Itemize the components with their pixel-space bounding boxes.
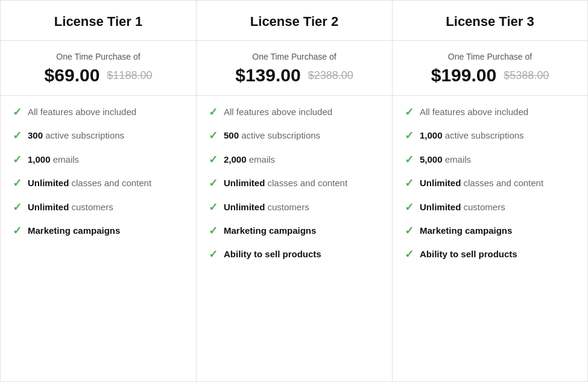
tier-header-1: License Tier 1 (1, 1, 196, 41)
checkmark-icon: ✓ (13, 105, 22, 119)
feature-text: Marketing campaigns (28, 224, 120, 237)
feature-text: Unlimited customers (28, 201, 113, 213)
checkmark-icon: ✓ (209, 153, 218, 167)
list-item: ✓Unlimited customers (13, 201, 184, 214)
pricing-grid: License Tier 1One Time Purchase of$69.00… (0, 0, 588, 382)
feature-text: 1,000 emails (28, 153, 79, 166)
checkmark-icon: ✓ (13, 177, 22, 190)
features-list-1: ✓All features above included✓300 active … (1, 96, 196, 381)
list-item: ✓All features above included (13, 105, 184, 119)
tier-header-2: License Tier 2 (197, 1, 392, 41)
checkmark-icon: ✓ (405, 153, 414, 167)
price-row-1: $69.00$1188.00 (13, 65, 184, 86)
checkmark-icon: ✓ (209, 129, 218, 143)
original-price-3: $5388.00 (504, 69, 549, 82)
tier-header-3: License Tier 3 (393, 1, 587, 41)
checkmark-icon: ✓ (209, 224, 218, 238)
current-price-3: $199.00 (431, 65, 496, 86)
list-item: ✓Ability to sell products (209, 248, 380, 261)
tier-pricing-2: One Time Purchase of$139.00$2388.00 (197, 41, 392, 96)
list-item: ✓Unlimited classes and content (405, 177, 575, 190)
checkmark-icon: ✓ (405, 201, 414, 214)
features-list-3: ✓All features above included✓1,000 activ… (393, 96, 587, 381)
feature-text: Marketing campaigns (420, 224, 512, 237)
checkmark-icon: ✓ (13, 224, 22, 238)
feature-text: Unlimited classes and content (420, 177, 543, 189)
original-price-1: $1188.00 (107, 69, 152, 82)
list-item: ✓Marketing campaigns (405, 224, 575, 238)
list-item: ✓1,000 emails (13, 153, 184, 167)
tier-title-2: License Tier 2 (209, 14, 380, 30)
list-item: ✓Unlimited classes and content (209, 177, 380, 190)
current-price-2: $139.00 (235, 65, 300, 86)
list-item: ✓1,000 active subscriptions (405, 129, 575, 143)
checkmark-icon: ✓ (13, 129, 22, 143)
list-item: ✓Unlimited classes and content (13, 177, 184, 190)
checkmark-icon: ✓ (209, 248, 218, 261)
list-item: ✓Unlimited customers (405, 201, 575, 214)
checkmark-icon: ✓ (405, 224, 414, 238)
list-item: ✓2,000 emails (209, 153, 380, 167)
list-item: ✓All features above included (405, 105, 575, 119)
tier-column-2: License Tier 2One Time Purchase of$139.0… (196, 0, 392, 382)
one-time-label-3: One Time Purchase of (405, 52, 575, 61)
feature-text: Marketing campaigns (224, 224, 316, 237)
list-item: ✓5,000 emails (405, 153, 575, 167)
checkmark-icon: ✓ (209, 201, 218, 214)
feature-text: 300 active subscriptions (28, 129, 124, 142)
one-time-label-1: One Time Purchase of (13, 52, 184, 61)
feature-text: Ability to sell products (224, 248, 321, 260)
checkmark-icon: ✓ (405, 105, 414, 119)
feature-text: Unlimited customers (420, 201, 505, 213)
list-item: ✓Ability to sell products (405, 248, 575, 261)
original-price-2: $2388.00 (308, 69, 353, 82)
tier-pricing-1: One Time Purchase of$69.00$1188.00 (1, 41, 196, 96)
tier-pricing-3: One Time Purchase of$199.00$5388.00 (393, 41, 587, 96)
tier-title-3: License Tier 3 (405, 14, 575, 30)
feature-text: All features above included (420, 105, 528, 118)
features-list-2: ✓All features above included✓500 active … (197, 96, 392, 381)
list-item: ✓All features above included (209, 105, 380, 119)
feature-text: All features above included (28, 105, 136, 118)
checkmark-icon: ✓ (405, 177, 414, 190)
checkmark-icon: ✓ (209, 177, 218, 190)
checkmark-icon: ✓ (405, 129, 414, 143)
feature-text: 1,000 active subscriptions (420, 129, 524, 142)
checkmark-icon: ✓ (209, 105, 218, 119)
checkmark-icon: ✓ (13, 153, 22, 167)
current-price-1: $69.00 (45, 65, 100, 86)
list-item: ✓300 active subscriptions (13, 129, 184, 143)
tier-title-1: License Tier 1 (13, 14, 184, 30)
price-row-3: $199.00$5388.00 (405, 65, 575, 86)
feature-text: 2,000 emails (224, 153, 275, 166)
list-item: ✓Marketing campaigns (209, 224, 380, 238)
price-row-2: $139.00$2388.00 (209, 65, 380, 86)
feature-text: All features above included (224, 105, 332, 118)
feature-text: Unlimited classes and content (28, 177, 151, 189)
feature-text: Unlimited customers (224, 201, 309, 213)
checkmark-icon: ✓ (405, 248, 414, 261)
feature-text: Unlimited classes and content (224, 177, 347, 189)
list-item: ✓Unlimited customers (209, 201, 380, 214)
feature-text: Ability to sell products (420, 248, 517, 260)
feature-text: 500 active subscriptions (224, 129, 320, 142)
list-item: ✓Marketing campaigns (13, 224, 184, 238)
one-time-label-2: One Time Purchase of (209, 52, 380, 61)
checkmark-icon: ✓ (13, 201, 22, 214)
tier-column-3: License Tier 3One Time Purchase of$199.0… (392, 0, 588, 382)
feature-text: 5,000 emails (420, 153, 471, 166)
tier-column-1: License Tier 1One Time Purchase of$69.00… (0, 0, 196, 382)
list-item: ✓500 active subscriptions (209, 129, 380, 143)
